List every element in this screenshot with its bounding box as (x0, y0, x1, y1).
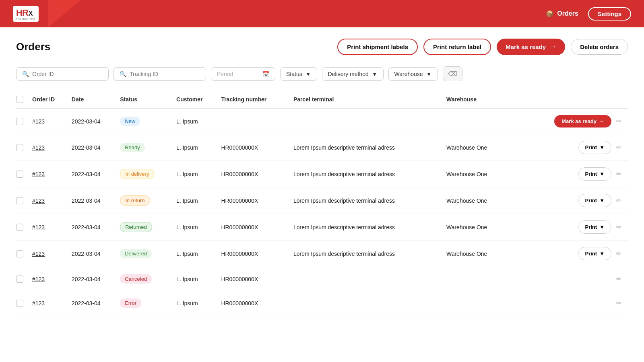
print-chevron-icon: ▼ (599, 197, 605, 204)
warehouse-filter[interactable]: Warehouse ▼ (388, 67, 438, 81)
edit-icon[interactable]: ✏ (615, 222, 623, 232)
nav-settings[interactable]: Settings (588, 7, 631, 21)
table-row: #1232022-03-04In returnL. IpsumHR0000000… (16, 187, 628, 214)
edit-icon[interactable]: ✏ (615, 298, 623, 309)
row-checkbox[interactable] (16, 224, 23, 231)
row-checkbox[interactable] (16, 250, 23, 257)
row-warehouse: Warehouse One (446, 161, 512, 187)
row-parcel-terminal (293, 108, 446, 134)
status-badge: New (120, 117, 140, 126)
row-warehouse (446, 108, 512, 134)
order-id-link[interactable]: #123 (32, 224, 45, 230)
clear-filters-button[interactable]: ⌫ (443, 66, 462, 81)
status-chevron-icon: ▼ (305, 71, 311, 77)
edit-icon[interactable]: ✏ (615, 274, 623, 284)
mark-as-ready-toolbar-button[interactable]: Mark as ready → (497, 39, 565, 55)
row-checkbox-cell (16, 291, 32, 315)
tracking-id-filter[interactable]: 🔍 (114, 67, 206, 81)
col-tracking-number: Tracking number (221, 91, 293, 108)
delivery-method-filter[interactable]: Delivery method ▼ (322, 67, 384, 81)
print-chevron-icon: ▼ (599, 144, 605, 150)
row-checkbox[interactable] (16, 144, 23, 151)
row-warehouse: Warehouse One (446, 187, 512, 214)
row-checkbox[interactable] (16, 118, 23, 125)
row-status-cell: Ready (120, 134, 176, 161)
row-actions-cell: Print ▼ ✏ (512, 187, 628, 214)
status-filter[interactable]: Status ▼ (280, 67, 317, 81)
table-row: #1232022-03-04ReturnedL. IpsumHR00000000… (16, 214, 628, 241)
select-all-header (16, 91, 32, 108)
row-tracking-number: HR00000000X (221, 161, 293, 187)
row-actions-cell: Mark as ready → ✏ (512, 108, 628, 134)
row-tracking-number: HR00000000X (221, 187, 293, 214)
select-all-checkbox[interactable] (16, 96, 23, 103)
edit-icon[interactable]: ✏ (615, 116, 623, 127)
edit-icon[interactable]: ✏ (615, 142, 623, 153)
row-checkbox-cell (16, 214, 32, 241)
row-print-button[interactable]: Print ▼ (578, 141, 612, 154)
status-badge: Canceled (120, 274, 152, 284)
row-mark-as-ready-button[interactable]: Mark as ready → (554, 115, 611, 128)
order-id-link[interactable]: #123 (32, 276, 45, 282)
row-checkbox[interactable] (16, 171, 23, 178)
row-date: 2022-03-04 (72, 241, 120, 267)
edit-icon[interactable]: ✏ (615, 248, 623, 259)
row-date: 2022-03-04 (72, 108, 120, 134)
row-print-button[interactable]: Print ▼ (578, 220, 612, 234)
box-icon: 📦 (546, 10, 554, 18)
col-warehouse: Warehouse (446, 91, 512, 108)
row-action-group: Print ▼ ✏ (512, 220, 623, 234)
print-label: Print (585, 197, 597, 204)
print-shipment-labels-button[interactable]: Print shipment labels (337, 39, 418, 55)
row-print-button[interactable]: Print ▼ (578, 247, 612, 260)
row-customer: L. Ipsum (176, 267, 221, 291)
edit-icon[interactable]: ✏ (615, 195, 623, 206)
order-id-filter[interactable]: 🔍 (16, 67, 109, 81)
period-filter[interactable]: Period 📅 (211, 67, 275, 81)
logo-hr-text: HR (16, 8, 28, 18)
table-row: #1232022-03-04In deliveryL. IpsumHR00000… (16, 161, 628, 187)
calendar-icon: 📅 (262, 71, 269, 77)
print-return-label-button[interactable]: Print return label (423, 39, 491, 55)
tracking-id-input[interactable] (130, 71, 200, 77)
nav-orders-label: Orders (557, 10, 578, 17)
status-badge: Ready (120, 143, 145, 152)
status-badge: In return (120, 195, 150, 206)
row-parcel-terminal: Lorem Ipsum descriptive terminal adress (293, 241, 446, 267)
print-chevron-icon: ▼ (599, 171, 605, 177)
delete-orders-button[interactable]: Delete orders (571, 39, 628, 55)
nav-settings-label: Settings (598, 10, 621, 17)
row-date: 2022-03-04 (72, 134, 120, 161)
row-checkbox[interactable] (16, 276, 23, 283)
row-date: 2022-03-04 (72, 214, 120, 241)
row-action-group: Print ▼ ✏ (512, 141, 623, 154)
edit-icon[interactable]: ✏ (615, 169, 623, 179)
delivery-method-label: Delivery method (328, 71, 369, 77)
row-print-button[interactable]: Print ▼ (578, 194, 612, 207)
delivery-chevron-icon: ▼ (372, 71, 378, 77)
order-id-link[interactable]: #123 (32, 144, 45, 151)
order-id-link[interactable]: #123 (32, 251, 45, 257)
row-checkbox[interactable] (16, 197, 23, 204)
order-id-link[interactable]: #123 (32, 118, 45, 125)
order-id-link[interactable]: #123 (32, 197, 45, 204)
row-tracking-number: HR00000000X (221, 267, 293, 291)
row-customer: L. Ipsum (176, 161, 221, 187)
row-print-button[interactable]: Print ▼ (578, 167, 612, 181)
nav-orders[interactable]: 📦 Orders (546, 10, 578, 18)
order-id-input[interactable] (32, 71, 103, 77)
page-title: Orders (16, 41, 50, 53)
row-customer: L. Ipsum (176, 134, 221, 161)
row-status-cell: Returned (120, 214, 176, 241)
period-placeholder: Period (217, 71, 259, 77)
row-tracking-number: HR00000000X (221, 214, 293, 241)
order-id-link[interactable]: #123 (32, 171, 45, 177)
row-checkbox[interactable] (16, 300, 23, 307)
row-date: 2022-03-04 (72, 291, 120, 315)
order-id-link[interactable]: #123 (32, 300, 45, 306)
row-actions-cell: ✏ (512, 267, 628, 291)
status-badge: Error (120, 298, 141, 308)
orders-table: Order ID Date Status Customer Tracking n… (16, 91, 628, 315)
status-filter-label: Status (286, 71, 302, 77)
col-date: Date (72, 91, 120, 108)
